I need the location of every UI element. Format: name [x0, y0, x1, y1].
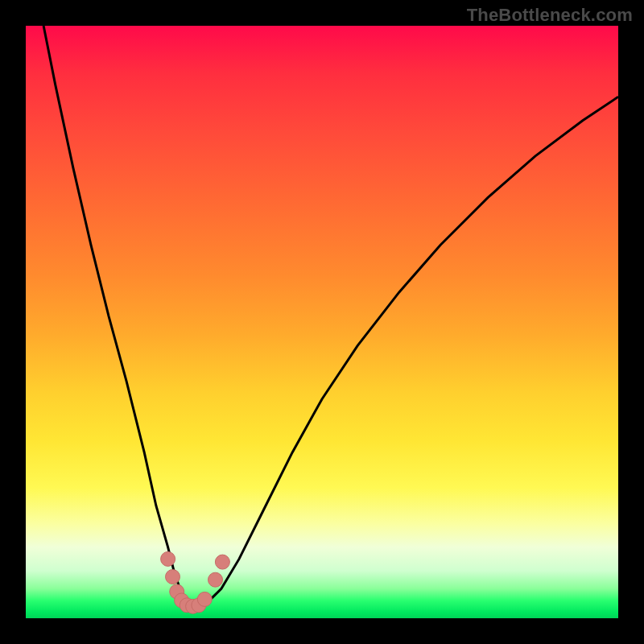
data-marker [208, 572, 223, 587]
bottleneck-curve [43, 26, 618, 606]
data-marker [197, 592, 212, 606]
watermark-text: TheBottleneck.com [467, 5, 633, 26]
data-markers [161, 551, 230, 613]
plot-area [26, 26, 618, 618]
chart-frame: TheBottleneck.com [0, 0, 644, 644]
data-marker [215, 555, 229, 569]
data-marker [161, 551, 175, 566]
data-marker [166, 570, 180, 584]
chart-svg [26, 26, 618, 618]
